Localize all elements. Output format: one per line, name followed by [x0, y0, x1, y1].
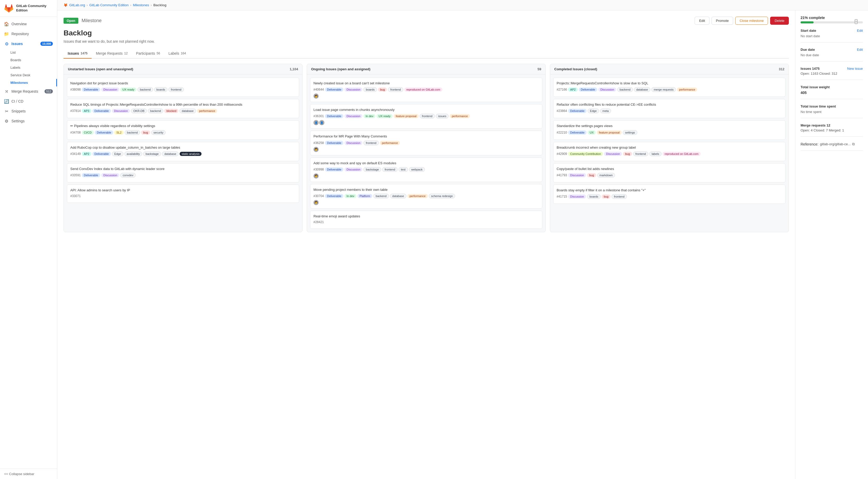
issue-tag: AP2 [568, 88, 578, 92]
issue-tag: frontend [388, 87, 403, 92]
sidebar-item-repository[interactable]: 📁 Repository [0, 29, 57, 39]
issue-meta: #22210 DeliverableUXfeature proposalsett… [557, 130, 782, 135]
due-date-section: Due date Edit No due date [801, 47, 863, 61]
sidebar-item-labels[interactable]: Labels [8, 64, 57, 71]
repository-icon: 📁 [4, 32, 9, 36]
issue-card[interactable]: Newly created issue on a board can't set… [310, 77, 542, 102]
issue-tag: Deliverable [92, 152, 111, 156]
sidebar-item-ci-cd[interactable]: 🔄 CI / CD [0, 96, 57, 106]
sidebar-item-service-desk[interactable]: Service Desk [8, 71, 57, 79]
issue-title: API: Allow admins to search users by IP [70, 188, 296, 193]
close-milestone-button[interactable]: Close milestone [735, 17, 768, 25]
issue-card[interactable]: Add some way to mock and spy on default … [310, 158, 542, 182]
page-description: Issues that we want to do, but are not p… [64, 39, 789, 43]
issue-card[interactable]: Copy/paste of bullet list adds newlines … [553, 163, 785, 183]
issue-tag: Deliverable [82, 88, 100, 92]
issue-card[interactable]: ✏ Pipelines always visible regardless of… [67, 120, 299, 139]
issue-meta: #42909 Community ContributionDiscussionb… [557, 152, 782, 156]
breadcrumb-milestones[interactable]: Milestones [133, 3, 149, 7]
copy-reference-icon[interactable]: ⧉ [852, 142, 855, 146]
issue-tag: markdown [597, 173, 615, 178]
issue-tag: Discussion [344, 167, 363, 171]
merge-requests-badge: 512 [44, 89, 53, 93]
issue-title: Refactor often conflicting files to redu… [557, 102, 782, 107]
issue-tag: labels [649, 152, 661, 156]
tab-merge-requests[interactable]: Merge Requests 12 [92, 49, 132, 59]
sidebar-item-milestones[interactable]: Milestones [8, 79, 57, 87]
ci-cd-icon: 🔄 [4, 99, 9, 104]
issue-card[interactable]: Reduce SQL timings of Projects::MergeReq… [67, 99, 299, 118]
tabs: Issues 1475 Merge Requests 12 Participan… [64, 49, 789, 59]
issue-tag: schema redesign [429, 194, 455, 198]
tab-participants[interactable]: Participants 56 [132, 49, 164, 59]
page-title: Backlog [64, 29, 789, 37]
issue-title: Navigation dot for project issue boards [70, 81, 296, 86]
issue-tag: database [634, 87, 650, 92]
issue-card[interactable]: Breadcrumb incorrect when creating new g… [553, 142, 785, 161]
progress-label: 21% complete [801, 15, 863, 20]
issue-meta: #38098 DeliverableDiscussionUX readyback… [70, 87, 296, 92]
sidebar-item-overview[interactable]: 🏠 Overview [0, 19, 57, 29]
sidebar-item-merge-requests[interactable]: ⤲ Merge Requests 512 [0, 87, 57, 96]
due-date-value: No due date [801, 53, 863, 57]
issue-tag: availability [124, 152, 143, 156]
issue-tag: performance [380, 141, 400, 145]
promote-button[interactable]: Promote [712, 17, 733, 25]
sidebar-nav: 🏠 Overview 📁 Repository ⊙ Issues 10,008 … [0, 17, 57, 469]
delete-button[interactable]: Delete [770, 17, 789, 25]
tab-issues[interactable]: Issues 1475 [64, 49, 92, 59]
collapse-sidebar-button[interactable]: << Collapse sidebar [0, 469, 57, 479]
issue-card[interactable]: Add RuboCop cop to disallow update_colum… [67, 142, 299, 161]
issue-avatars: 🧑 [313, 173, 539, 179]
sidebar-item-issues[interactable]: ⊙ Issues 10,008 [0, 39, 57, 49]
issue-tag: UX [588, 130, 596, 135]
new-issue-link[interactable]: New issue [847, 67, 863, 70]
sidebar-item-snippets[interactable]: ✂ Snippets [0, 106, 57, 116]
issue-tag: frontend [168, 87, 184, 92]
issue-meta: #36258 DeliverableDiscussionfrontendperf… [313, 140, 539, 145]
breadcrumb-community-edition[interactable]: GitLab Community Edition [89, 3, 129, 7]
issue-meta: #36301 DeliverableDiscussionIn devUX rea… [313, 114, 539, 119]
tab-labels[interactable]: Labels 164 [164, 49, 190, 59]
collapse-right-sidebar-button[interactable]: » [855, 19, 858, 24]
issue-tag: frontend [382, 167, 397, 172]
sidebar-item-list[interactable]: List [8, 49, 57, 56]
issue-tag: feature proposal [394, 114, 418, 118]
issue-card[interactable]: Standardize the settings pages views #22… [553, 120, 785, 139]
issue-tag: UX ready [120, 88, 136, 92]
edit-button[interactable]: Edit [694, 17, 709, 25]
avatar: 👤 [313, 120, 319, 125]
milestone-actions: Edit Promote Close milestone Delete [694, 17, 789, 25]
due-date-edit-link[interactable]: Edit [857, 47, 863, 52]
issue-card[interactable]: Real-time emoji award updates #28421 [310, 211, 542, 229]
sidebar-item-settings[interactable]: ⚙ Settings [0, 116, 57, 126]
issue-meta: #37814 AP3DeliverableDiscussionOKR-DBbac… [70, 108, 296, 113]
issue-meta: #40644 DeliverableDiscussionboardsbugfro… [313, 87, 539, 92]
progress-section: 21% complete [801, 15, 863, 24]
start-date-title: Start date Edit [801, 29, 863, 33]
board-column-count-ongoing: 59 [538, 67, 541, 71]
issue-card[interactable]: Boards stay empty if filter it on a mile… [553, 185, 785, 204]
issue-id: #34708 [70, 131, 81, 134]
breadcrumb-gitlab-org[interactable]: GitLab.org [69, 3, 85, 7]
issue-card[interactable]: API: Allow admins to search users by IP … [67, 185, 299, 203]
issue-tag: settings [623, 130, 637, 135]
issue-card[interactable]: Projects::MergeRequestsController#show i… [553, 77, 785, 97]
issue-tag: backend [137, 87, 153, 92]
issue-meta: #33071 [70, 194, 296, 198]
issue-tag: bug [602, 194, 611, 199]
issue-card[interactable]: Load issue page comments in chunks async… [310, 104, 542, 129]
issue-card[interactable]: Refactor often conflicting files to redu… [553, 99, 785, 118]
sidebar-item-boards[interactable]: Boards [8, 56, 57, 64]
issue-card[interactable]: Send ConvDev Index data to GitLab with d… [67, 163, 299, 183]
issue-title: Move pending project members to their ow… [313, 187, 539, 192]
milestone-status-badge: Open [64, 18, 79, 24]
board-column-body-ongoing: Newly created issue on a board can't set… [307, 74, 546, 232]
issue-card[interactable]: Navigation dot for project issue boards … [67, 77, 299, 97]
start-date-edit-link[interactable]: Edit [857, 29, 863, 33]
issue-card[interactable]: Move pending project members to their ow… [310, 184, 542, 209]
board-column-ongoing: Ongoing Issues (open and assigned)59 New… [307, 64, 546, 232]
issue-tag: blocked [164, 109, 178, 113]
issue-card[interactable]: Performance for MR Page With Many Commen… [310, 131, 542, 155]
board-column-header-completed: Completed Issues (closed)312 [550, 64, 788, 74]
